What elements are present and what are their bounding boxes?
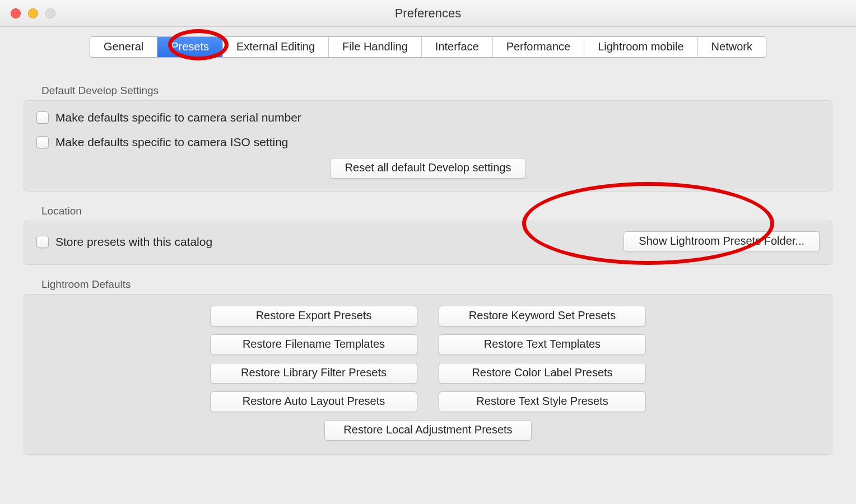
show-presets-folder-button[interactable]: Show Lightroom Presets Folder...	[624, 231, 820, 252]
preferences-window: Preferences General Presets External Edi…	[0, 0, 856, 504]
restore-text-templates-button[interactable]: Restore Text Templates	[439, 334, 646, 355]
reset-develop-button[interactable]: Reset all default Develop settings	[330, 158, 527, 179]
tab-network[interactable]: Network	[698, 37, 766, 57]
restore-button-grid: Restore Export Presets Restore Keyword S…	[36, 305, 820, 442]
panel-location: Store presets with this catalog Show Lig…	[24, 221, 832, 265]
restore-library-filter-presets-button[interactable]: Restore Library Filter Presets	[210, 363, 417, 384]
restore-auto-layout-presets-button[interactable]: Restore Auto Layout Presets	[210, 391, 417, 412]
close-button[interactable]	[11, 8, 21, 18]
checkbox-row-iso: Make defaults specific to camera ISO set…	[36, 130, 820, 155]
checkbox-label-iso: Make defaults specific to camera ISO set…	[55, 136, 289, 149]
checkbox-label-store-presets: Store presets with this catalog	[55, 235, 212, 249]
tab-performance[interactable]: Performance	[493, 37, 585, 57]
tab-external-editing[interactable]: External Editing	[223, 37, 329, 57]
minimize-button[interactable]	[28, 8, 38, 18]
restore-local-adjustment-presets-button[interactable]: Restore Local Adjustment Presets	[324, 420, 532, 441]
section-label-develop: Default Develop Settings	[41, 85, 832, 97]
tab-lightroom-mobile[interactable]: Lightroom mobile	[584, 37, 697, 57]
tab-file-handling[interactable]: File Handling	[329, 37, 422, 57]
checkbox-row-store-presets: Store presets with this catalog	[36, 235, 212, 249]
window-title: Preferences	[395, 6, 462, 21]
checkbox-label-serial: Make defaults specific to camera serial …	[55, 111, 301, 124]
checkbox-serial[interactable]	[36, 111, 49, 124]
tab-general[interactable]: General	[90, 37, 157, 57]
restore-keyword-set-presets-button[interactable]: Restore Keyword Set Presets	[439, 306, 646, 326]
panel-develop-settings: Make defaults specific to camera serial …	[24, 100, 832, 192]
restore-export-presets-button[interactable]: Restore Export Presets	[210, 306, 417, 326]
panel-lightroom-defaults: Restore Export Presets Restore Keyword S…	[24, 294, 832, 455]
titlebar: Preferences	[0, 0, 856, 27]
tab-bar: General Presets External Editing File Ha…	[90, 36, 766, 58]
section-label-lightroom-defaults: Lightroom Defaults	[41, 278, 832, 291]
section-label-location: Location	[41, 205, 832, 217]
traffic-lights	[0, 8, 55, 18]
content: Default Develop Settings Make defaults s…	[0, 58, 856, 455]
tab-bar-wrap: General Presets External Editing File Ha…	[0, 27, 856, 58]
restore-text-style-presets-button[interactable]: Restore Text Style Presets	[439, 391, 646, 412]
checkbox-iso[interactable]	[36, 136, 49, 148]
checkbox-store-presets[interactable]	[36, 236, 49, 248]
tab-interface[interactable]: Interface	[422, 37, 493, 57]
restore-filename-templates-button[interactable]: Restore Filename Templates	[210, 334, 417, 355]
restore-color-label-presets-button[interactable]: Restore Color Label Presets	[439, 363, 646, 384]
checkbox-row-serial: Make defaults specific to camera serial …	[36, 105, 820, 130]
maximize-button	[45, 8, 55, 18]
tab-presets[interactable]: Presets	[157, 37, 223, 57]
